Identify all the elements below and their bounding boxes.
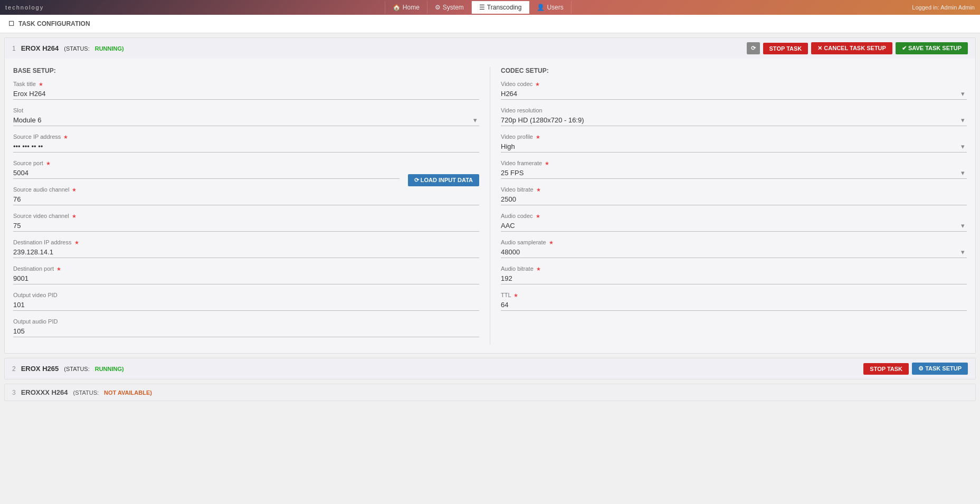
label-audio-bitrate: Audio bitrate ★ <box>501 265 967 272</box>
top-nav: 🏠 Home ⚙ System ☰ Transcoding 👤 Users <box>385 1 572 14</box>
video-codec-wrapper: H264 <box>501 88 967 100</box>
field-slot: Slot Module 6 <box>13 107 479 126</box>
label-video-framerate: Video framerate ★ <box>501 160 967 166</box>
field-source-audio-ch: Source audio channel ★ <box>13 186 479 205</box>
label-source-ip: Source IP address ★ <box>13 134 479 140</box>
input-source-audio-ch[interactable] <box>13 194 479 205</box>
section-title: TASK CONFIGURATION <box>18 20 90 27</box>
system-icon: ⚙ <box>435 4 441 11</box>
label-video-profile: Video profile ★ <box>501 134 967 140</box>
page: ☐ TASK CONFIGURATION 1 EROX H264 (STATUS… <box>0 15 980 504</box>
input-source-port[interactable] <box>13 167 399 179</box>
nav-home[interactable]: 🏠 Home <box>385 1 427 14</box>
select-video-profile[interactable]: High <box>501 141 967 153</box>
field-source-video-ch: Source video channel ★ <box>13 213 479 232</box>
video-profile-wrapper: High <box>501 141 967 153</box>
label-dest-ip: Destination IP address ★ <box>13 239 479 245</box>
field-output-video-pid: Output video PID <box>13 292 479 311</box>
label-ttl: TTL ★ <box>501 292 967 298</box>
setup-button-2[interactable]: ⚙ TASK SETUP <box>912 363 968 375</box>
label-source-audio-ch: Source audio channel ★ <box>13 186 479 193</box>
field-audio-samplerate: Audio samplerate ★ 48000 <box>501 239 967 258</box>
load-input-data-button[interactable]: ⟳ LOAD INPUT DATA <box>408 174 479 186</box>
label-video-res: Video resolution <box>501 107 967 113</box>
nav-system[interactable]: ⚙ System <box>427 1 472 14</box>
input-video-bitrate[interactable] <box>501 194 967 205</box>
select-audio-samplerate[interactable]: 48000 <box>501 246 967 258</box>
input-output-audio-pid[interactable] <box>13 326 479 337</box>
input-dest-port[interactable] <box>13 273 479 284</box>
task-actions-2: STOP TASK ⚙ TASK SETUP <box>863 363 968 375</box>
task-header-3: 3 EROXXX H264 (STATUS: NOT AVAILABLE) <box>5 384 975 401</box>
input-source-video-ch[interactable] <box>13 220 479 232</box>
logged-in-label: Logged in: Admin Admin <box>912 4 975 11</box>
source-port-row: Source port ★ ⟳ LOAD INPUT DATA <box>13 160 479 186</box>
select-video-res[interactable]: 720p HD (1280x720 - 16:9) <box>501 115 967 126</box>
reload-button-1[interactable]: ⟳ <box>747 42 760 54</box>
task-num-1: 1 <box>12 45 16 52</box>
stop-button-1[interactable]: STOP TASK <box>763 43 808 54</box>
label-dest-port: Destination port ★ <box>13 265 479 272</box>
nav-users[interactable]: 👤 Users <box>529 1 571 14</box>
label-output-audio-pid: Output audio PID <box>13 318 479 325</box>
label-output-video-pid: Output video PID <box>13 292 479 298</box>
field-source-port: Source port ★ <box>13 160 399 179</box>
base-setup-1: BASE SETUP: Task title ★ Slot Module 6 S… <box>13 67 490 345</box>
label-video-bitrate: Video bitrate ★ <box>501 186 967 193</box>
nav-transcoding[interactable]: ☰ Transcoding <box>472 1 530 14</box>
label-video-codec: Video codec ★ <box>501 81 967 87</box>
task-block-2: 2 EROX H265 (STATUS: RUNNING) STOP TASK … <box>4 358 976 379</box>
task-body-1: BASE SETUP: Task title ★ Slot Module 6 S… <box>5 59 975 353</box>
save-button-1[interactable]: ✔ SAVE TASK SETUP <box>896 42 968 54</box>
input-ttl[interactable] <box>501 299 967 311</box>
select-slot[interactable]: Module 6 <box>13 115 479 126</box>
label-audio-samplerate: Audio samplerate ★ <box>501 239 967 245</box>
task-title-area-3: 3 EROXXX H264 (STATUS: NOT AVAILABLE) <box>12 388 152 396</box>
label-source-port: Source port ★ <box>13 160 399 166</box>
input-audio-bitrate[interactable] <box>501 273 967 284</box>
field-audio-bitrate: Audio bitrate ★ <box>501 265 967 284</box>
field-dest-ip: Destination IP address ★ <box>13 239 479 258</box>
input-source-ip[interactable] <box>13 141 479 153</box>
task-num-2: 2 <box>12 365 16 373</box>
task-num-3: 3 <box>12 389 16 396</box>
base-setup-title: BASE SETUP: <box>13 67 479 74</box>
field-video-framerate: Video framerate ★ 25 FPS <box>501 160 967 179</box>
task-title-area-1: 1 EROX H264 (STATUS: RUNNING) <box>12 44 124 52</box>
task-status-label-1: (STATUS: <box>64 45 89 52</box>
task-name-2: EROX H265 <box>21 365 59 373</box>
transcoding-icon: ☰ <box>479 4 485 11</box>
select-video-framerate[interactable]: 25 FPS <box>501 167 967 179</box>
task-status-label-3: (STATUS: <box>73 389 99 396</box>
slot-select-wrapper: Module 6 <box>13 115 479 126</box>
field-task-title: Task title ★ <box>13 81 479 100</box>
section-header: ☐ TASK CONFIGURATION <box>0 15 980 33</box>
field-dest-port: Destination port ★ <box>13 265 479 284</box>
cancel-button-1[interactable]: ✕ CANCEL TASK SETUP <box>811 42 892 54</box>
label-source-video-ch: Source video channel ★ <box>13 213 479 219</box>
stop-button-2[interactable]: STOP TASK <box>863 363 909 375</box>
section-icon: ☐ <box>8 20 14 27</box>
codec-setup-title: CODEC SETUP: <box>501 67 967 74</box>
field-video-res: Video resolution 720p HD (1280x720 - 16:… <box>501 107 967 126</box>
label-slot: Slot <box>13 107 479 113</box>
audio-codec-wrapper: AAC <box>501 220 967 232</box>
task-name-3: EROXXX H264 <box>21 388 68 396</box>
select-audio-codec[interactable]: AAC <box>501 220 967 232</box>
select-video-codec[interactable]: H264 <box>501 88 967 100</box>
label-task-title: Task title ★ <box>13 81 479 87</box>
logo: technology <box>5 4 44 11</box>
input-task-title[interactable] <box>13 88 479 100</box>
task-status-value-1: RUNNING) <box>95 45 124 52</box>
task-status-label-2: (STATUS: <box>64 366 89 372</box>
input-dest-ip[interactable] <box>13 246 479 258</box>
input-output-video-pid[interactable] <box>13 299 479 311</box>
task-actions-1: ⟳ STOP TASK ✕ CANCEL TASK SETUP ✔ SAVE T… <box>747 42 968 54</box>
home-icon: 🏠 <box>393 4 401 11</box>
audio-samplerate-wrapper: 48000 <box>501 246 967 258</box>
task-header-1: 1 EROX H264 (STATUS: RUNNING) ⟳ STOP TAS… <box>5 38 975 59</box>
task-header-2: 2 EROX H265 (STATUS: RUNNING) STOP TASK … <box>5 358 975 379</box>
label-audio-codec: Audio codec ★ <box>501 213 967 219</box>
task-block-3: 3 EROXXX H264 (STATUS: NOT AVAILABLE) <box>4 384 976 401</box>
task-name-1: EROX H264 <box>21 44 59 52</box>
